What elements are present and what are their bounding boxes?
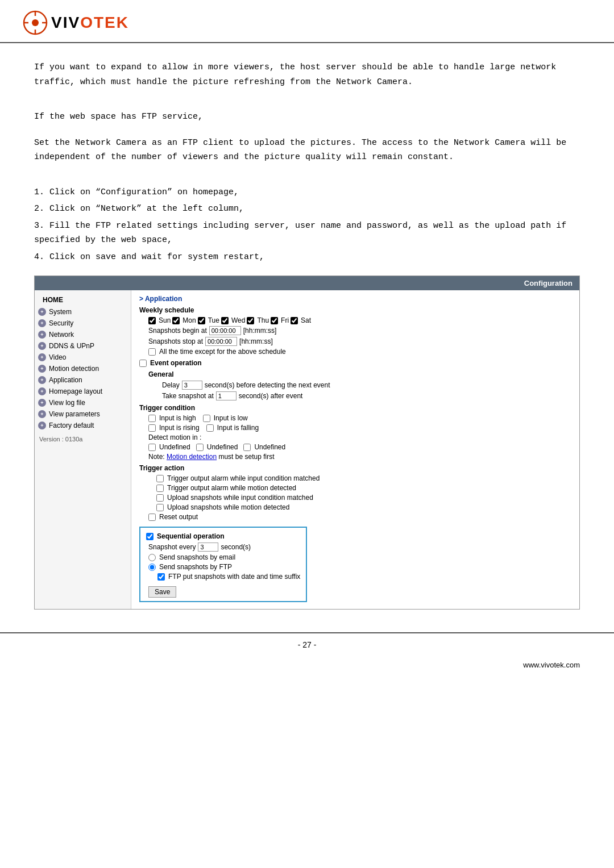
event-operation-section: Event operation General Delay second(s) … [139,359,571,400]
snapshots-begin-input[interactable] [209,326,241,335]
intro-para1: If you want to expand to allow in more v… [34,60,580,89]
cb-tue[interactable] [198,317,205,324]
snapshot-every-suffix: second(s) [221,543,251,551]
cb-wed[interactable] [221,317,229,324]
sidebar-home[interactable]: HOME [35,294,131,306]
sidebar-item-motion-detection[interactable]: + Motion detection [35,363,131,374]
expand-icon-homepage: + [38,387,46,395]
cb-trigger-action-4[interactable] [156,504,164,511]
cb-reset-output[interactable] [148,514,156,521]
snapshot-every-label: Snapshot every [148,543,196,551]
sidebar-label-viewparams: View parameters [49,410,100,418]
take-snapshot-label: Take snapshot at [162,392,214,400]
trigger-action-1-label: Trigger output alarm while input conditi… [167,474,320,482]
sidebar-item-view-log[interactable]: + View log file [35,397,131,408]
expand-icon-viewlog: + [38,399,46,407]
config-header-label: Configuration [524,279,572,287]
cb-ftp-date[interactable] [157,573,165,581]
footer-url: www.vivotek.com [0,656,614,674]
snapshots-stop-row: Snapshots stop at [hh:mm:ss] [148,337,571,346]
trigger-action-label: Trigger action [139,464,571,472]
cb-trigger-action-3[interactable] [156,494,164,502]
logo-text: VIVOTEK [51,14,129,32]
cb-sequential[interactable] [146,533,154,540]
snapshots-begin-row: Snapshots begin at [hh:mm:ss] [148,326,571,335]
trigger-condition-label: Trigger condition [139,404,571,412]
seq-op-row: Sequential operation [146,532,300,540]
cb-all-time[interactable] [148,348,156,356]
main-content: If you want to expand to allow in more v… [0,43,614,621]
step3: 3. Fill the FTP related settings includi… [34,219,580,248]
sidebar-item-view-params[interactable]: + View parameters [35,408,131,420]
cb-thu[interactable] [247,317,254,324]
trigger-action-2-label: Trigger output alarm while motion detect… [167,484,296,492]
cb-sun[interactable] [148,317,156,324]
sidebar-item-application[interactable]: + Application [35,374,131,386]
cb-undefined3[interactable] [243,444,251,451]
event-operation-row: Event operation [139,359,571,367]
cb-input-rising[interactable] [148,424,156,432]
cb-sat[interactable] [291,317,298,324]
sidebar-label-network: Network [49,331,74,339]
cb-undefined2[interactable] [196,444,204,451]
label-tue: Tue [208,316,219,324]
cb-mon[interactable] [172,317,180,324]
snapshots-stop-label: Snapshots stop at [148,337,203,345]
label-fri: Fri [281,316,289,324]
sidebar-item-homepage-layout[interactable]: + Homepage layout [35,386,131,397]
cb-input-low[interactable] [203,415,210,422]
delay-input[interactable] [182,381,202,390]
input-high-label: Input is high [159,414,196,422]
sidebar-label-security: Security [49,319,73,327]
undefined2-label: Undefined [207,443,238,451]
cb-trigger-action-2[interactable] [156,485,164,492]
sidebar-item-system[interactable]: + System [35,306,131,318]
snapshots-stop-input[interactable] [205,337,237,346]
sidebar-item-video[interactable]: + Video [35,352,131,363]
delay-label: Delay [162,381,180,389]
sidebar-label-video: Video [49,353,66,361]
take-snapshot-input[interactable] [216,391,237,400]
cb-undefined1[interactable] [148,444,156,451]
snapshot-every-input[interactable] [198,542,218,552]
motion-detection-link[interactable]: Motion detection [167,453,217,461]
sequential-operation-section: Sequential operation Snapshot every seco… [139,524,571,604]
label-sun: Sun [159,316,171,324]
input-falling-label: Input is falling [217,424,259,432]
sidebar-label-motion: Motion detection [49,365,99,373]
intro-para3: Set the Network Camera as an FTP client … [34,136,580,165]
radio-send-email[interactable] [148,554,156,561]
sidebar-item-network[interactable]: + Network [35,329,131,340]
expand-icon-system: + [38,308,46,316]
sidebar-label-ddns: DDNS & UPnP [49,342,94,350]
all-time-row: All the time except for the above schedu… [148,348,571,356]
snapshots-begin-hint: [hh:mm:ss] [243,327,277,335]
expand-icon-application: + [38,376,46,384]
sidebar-item-security[interactable]: + Security [35,318,131,329]
snapshot-every-row: Snapshot every second(s) [148,542,300,552]
cb-input-falling[interactable] [206,424,214,432]
svg-point-1 [32,19,39,26]
cb-trigger-action-1[interactable] [156,475,164,482]
cb-event-operation[interactable] [139,360,147,367]
input-rising-label: Input is rising [159,424,200,432]
step4: 4. Click on save and wait for system res… [34,250,580,265]
label-mon: Mon [182,316,196,324]
logo-area: VIVOTEK [23,10,591,35]
event-operation-label: Event operation [150,359,202,367]
sidebar-item-factory-default[interactable]: + Factory default [35,420,131,431]
sidebar-item-ddns[interactable]: + DDNS & UPnP [35,340,131,352]
save-button[interactable]: Save [148,586,176,598]
radio-send-ftp[interactable] [148,564,156,571]
seq-op-label: Sequential operation [157,532,225,540]
label-thu: Thu [257,316,269,324]
step2: 2. Click on “Network” at the left column… [34,202,580,216]
expand-icon-ddns: + [38,342,46,350]
cb-input-high[interactable] [148,415,156,422]
trigger-action-2: Trigger output alarm while motion detect… [156,484,571,492]
detect-motion-label-row: Detect motion in : [148,433,571,441]
step1: 1. Click on “Configuration” on homepage, [34,185,580,200]
trigger-action-3-label: Upload snapshots while input condition m… [167,494,313,502]
sidebar-label-factory: Factory default [49,422,94,429]
cb-fri[interactable] [271,317,278,324]
